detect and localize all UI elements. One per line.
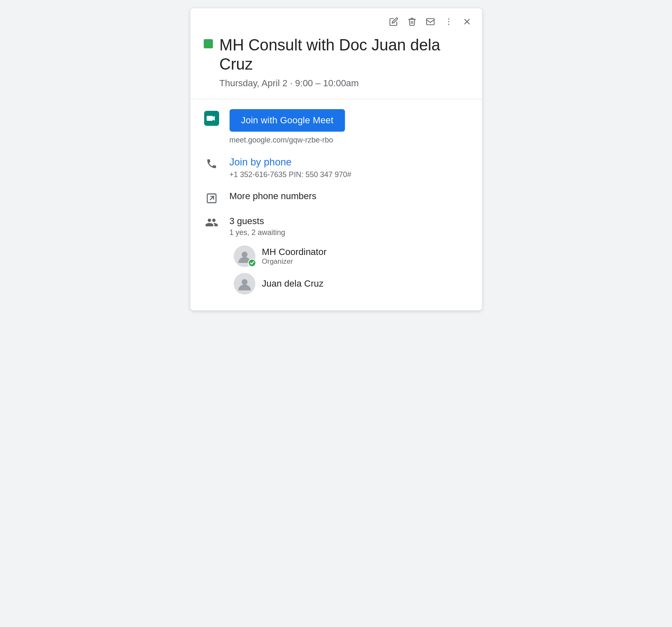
guests-icon — [205, 216, 218, 229]
close-icon — [462, 17, 472, 26]
more-phones-row[interactable]: More phone numbers — [204, 191, 469, 204]
phone-row: Join by phone +1 352-616-7635 PIN: 550 3… — [204, 156, 469, 179]
guest-info: Juan dela Cruz — [262, 278, 324, 289]
guest-name: MH Coordinator — [262, 247, 327, 257]
phone-icon — [206, 158, 217, 170]
join-phone-link[interactable]: Join by phone — [230, 156, 469, 168]
guests-row: 3 guests 1 yes, 2 awaiting — [204, 216, 469, 300]
toolbar — [190, 8, 482, 32]
edit-icon — [389, 17, 398, 26]
phone-content: Join by phone +1 352-616-7635 PIN: 550 3… — [230, 156, 469, 179]
more-icon — [444, 17, 453, 26]
email-button[interactable] — [423, 14, 438, 29]
more-options-button[interactable] — [441, 14, 456, 29]
event-detail-card: MH Consult with Doc Juan dela Cruz Thurs… — [190, 8, 482, 310]
external-link-icon-container — [204, 192, 220, 204]
meet-row: Join with Google Meet meet.google.com/gq… — [204, 109, 469, 145]
join-meet-button[interactable]: Join with Google Meet — [230, 109, 345, 132]
person-icon — [237, 276, 252, 291]
event-date: Thursday, April 2 · 9:00 – 10:00am — [204, 78, 469, 89]
phone-number: +1 352-616-7635 PIN: 550 347 970# — [230, 170, 469, 179]
email-icon — [426, 17, 435, 26]
svg-rect-7 — [207, 116, 213, 121]
more-phones-label: More phone numbers — [230, 191, 317, 201]
guest-avatar-wrap — [234, 273, 255, 295]
meet-icon-container — [204, 111, 220, 126]
svg-point-10 — [242, 279, 247, 285]
guest-name: Juan dela Cruz — [262, 278, 324, 289]
svg-point-1 — [448, 18, 449, 20]
event-color-dot — [204, 39, 213, 48]
event-body: Join with Google Meet meet.google.com/gq… — [190, 99, 482, 310]
rsvp-check-badge — [248, 259, 256, 267]
svg-point-2 — [448, 21, 449, 22]
more-phones-content: More phone numbers — [230, 191, 469, 202]
google-meet-icon — [204, 111, 219, 126]
guest-row: Juan dela Cruz — [234, 273, 469, 295]
close-button[interactable] — [460, 14, 475, 29]
external-link-icon — [206, 192, 217, 204]
delete-icon — [407, 17, 417, 26]
guest-avatar — [234, 273, 255, 295]
meet-link: meet.google.com/gqw-rzbe-rbo — [230, 136, 469, 145]
meet-content: Join with Google Meet meet.google.com/gq… — [230, 109, 469, 145]
svg-rect-0 — [426, 19, 434, 25]
phone-icon-container — [204, 158, 220, 170]
guests-content: 3 guests 1 yes, 2 awaiting — [230, 216, 469, 300]
guests-count: 3 guests — [230, 216, 469, 227]
event-title: MH Consult with Doc Juan dela Cruz — [220, 36, 469, 74]
guest-role: Organizer — [262, 257, 327, 266]
event-title-row: MH Consult with Doc Juan dela Cruz — [204, 36, 469, 74]
delete-button[interactable] — [405, 14, 420, 29]
guest-info: MH Coordinator Organizer — [262, 247, 327, 266]
svg-point-9 — [242, 252, 247, 257]
guest-row: MH Coordinator Organizer — [234, 245, 469, 267]
edit-button[interactable] — [386, 14, 401, 29]
event-header: MH Consult with Doc Juan dela Cruz Thurs… — [190, 32, 482, 99]
svg-point-3 — [448, 24, 449, 25]
guests-rsvp: 1 yes, 2 awaiting — [230, 228, 469, 237]
guest-avatar-wrap — [234, 245, 255, 267]
guests-icon-container — [204, 216, 220, 229]
